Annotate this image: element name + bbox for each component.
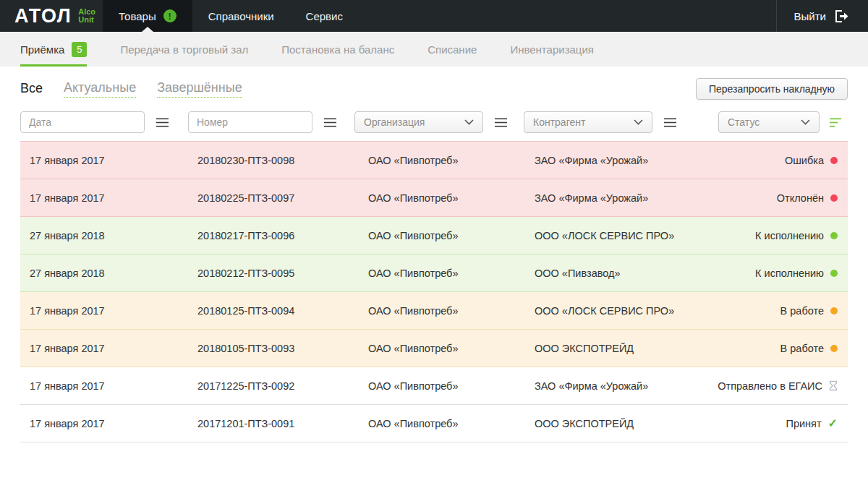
chevron-down-icon xyxy=(464,119,474,125)
status-label: К исполнению xyxy=(755,230,824,241)
cell-status: К исполнению xyxy=(693,230,848,241)
tab-put-on-balance[interactable]: Постановка на баланс xyxy=(281,32,394,67)
cell-date: 17 января 2017 xyxy=(20,155,188,166)
cell-date: 17 января 2017 xyxy=(20,305,188,317)
logout-icon xyxy=(835,9,851,23)
table-row[interactable]: 17 января 2017 20171201-ПТЗ-0091 ОАО «Пи… xyxy=(20,405,848,442)
table-row[interactable]: 17 января 2017 20180225-ПТЗ-0097 ОАО «Пи… xyxy=(20,179,848,217)
cell-organization: ОАО «Пивпотреб» xyxy=(354,380,524,392)
red-status-dot-icon xyxy=(830,157,838,164)
nav-item-directories[interactable]: Справочники xyxy=(192,0,290,32)
status-filter-cell: Статус xyxy=(693,111,848,133)
view-filter-all[interactable]: Все xyxy=(20,81,43,98)
cell-status: К исполнению xyxy=(693,267,848,279)
chevron-down-icon xyxy=(801,119,810,125)
view-filter-row: Все Актуальные Завершённые Перезапросить… xyxy=(20,77,848,101)
counterparty-filter-cell: Контрагент xyxy=(524,111,693,133)
content-area: Все Актуальные Завершённые Перезапросить… xyxy=(0,67,868,442)
section-tabs: Приёмка 5 Передача в торговый зал Постан… xyxy=(0,32,868,67)
organization-select[interactable]: Организация xyxy=(354,111,483,133)
counterparty-sort-icon[interactable] xyxy=(664,118,676,127)
status-label: Ошибка xyxy=(785,155,824,166)
cell-organization: ОАО «Пивпотреб» xyxy=(354,305,524,317)
table-row[interactable]: 27 января 2018 20180217-ПТЗ-0096 ОАО «Пи… xyxy=(20,217,848,254)
table-row[interactable]: 27 января 2018 20180212-ПТЗ-0095 ОАО «Пи… xyxy=(20,254,848,292)
organization-sort-icon[interactable] xyxy=(495,118,507,127)
logo-text: АТОЛ xyxy=(14,7,72,26)
orange-status-dot-icon xyxy=(830,345,838,352)
cell-date: 27 января 2018 xyxy=(20,230,188,241)
tab-write-off[interactable]: Списание xyxy=(427,32,477,67)
status-select[interactable]: Статус xyxy=(718,111,820,133)
status-label: Отправлено в ЕГАИС xyxy=(718,380,822,392)
table-row[interactable]: 17 января 2017 20180230-ПТЗ-0098 ОАО «Пи… xyxy=(20,142,848,179)
cell-number: 20180125-ПТЗ-0094 xyxy=(188,305,354,317)
number-sort-icon[interactable] xyxy=(324,118,336,127)
table-row[interactable]: 17 января 2017 20180105-ПТЗ-0093 ОАО «Пи… xyxy=(20,330,848,367)
cell-date: 17 января 2017 xyxy=(20,192,188,204)
cell-number: 20180212-ПТЗ-0095 xyxy=(188,267,354,279)
cell-counterparty: ЗАО «Фирма «Урожай» xyxy=(524,192,693,204)
tab-priemka[interactable]: Приёмка 5 xyxy=(20,32,87,67)
number-filter-input[interactable] xyxy=(188,111,312,133)
nav-item-goods[interactable]: Товары ! xyxy=(103,0,192,32)
cell-number: 20180225-ПТЗ-0097 xyxy=(188,192,354,204)
red-status-dot-icon xyxy=(830,194,838,202)
cell-status: В работе xyxy=(693,305,848,317)
cell-counterparty: ООО ЭКСПОТРЕЙД xyxy=(524,418,693,429)
check-icon: ✓ xyxy=(828,416,838,430)
notification-badge: ! xyxy=(163,9,176,22)
view-filter-actual[interactable]: Актуальные xyxy=(64,80,136,98)
tab-count-badge: 5 xyxy=(72,42,87,57)
status-label: В работе xyxy=(780,305,824,317)
cell-date: 17 января 2017 xyxy=(20,380,188,392)
green-status-dot-icon xyxy=(830,232,838,239)
cell-organization: ОАО «Пивпотреб» xyxy=(354,267,524,279)
cell-counterparty: ООО «ЛОСК СЕРВИС ПРО» xyxy=(524,230,693,241)
date-filter-input[interactable] xyxy=(20,111,145,133)
cell-date: 17 января 2017 xyxy=(20,418,188,429)
atol-logo: АТОЛ Alco Unit xyxy=(0,0,103,32)
cell-counterparty: ООО «ЛОСК СЕРВИС ПРО» xyxy=(524,305,693,317)
orange-status-dot-icon xyxy=(830,307,838,314)
cell-date: 17 января 2017 xyxy=(20,343,188,354)
counterparty-select[interactable]: Контрагент xyxy=(524,111,652,133)
invoice-table: 17 января 2017 20180230-ПТЗ-0098 ОАО «Пи… xyxy=(20,141,848,442)
cell-organization: ОАО «Пивпотреб» xyxy=(354,343,524,354)
cell-counterparty: ООО ЭКСПОТРЕЙД xyxy=(524,343,693,354)
requery-invoice-button[interactable]: Перезапросить накладную xyxy=(696,78,848,100)
view-filter-completed[interactable]: Завершённые xyxy=(157,80,242,98)
cell-number: 20180217-ПТЗ-0096 xyxy=(188,230,354,241)
tab-transfer-to-salesroom[interactable]: Передача в торговый зал xyxy=(120,32,248,67)
status-label: В работе xyxy=(780,343,824,354)
nav-item-service[interactable]: Сервис xyxy=(290,0,359,32)
cell-status: В работе xyxy=(693,343,848,354)
cell-counterparty: ООО «Пивзавод» xyxy=(524,267,693,279)
table-row[interactable]: 17 января 2017 20180125-ПТЗ-0094 ОАО «Пи… xyxy=(20,292,848,330)
top-navbar: АТОЛ Alco Unit Товары ! Справочники Серв… xyxy=(0,0,868,32)
cell-number: 20171225-ПТЗ-0092 xyxy=(188,380,354,392)
cell-number: 20180105-ПТЗ-0093 xyxy=(188,343,354,354)
hourglass-icon xyxy=(829,380,838,391)
status-label: Принят xyxy=(786,418,822,429)
date-sort-icon[interactable] xyxy=(156,118,169,127)
number-filter-cell xyxy=(188,111,354,133)
chevron-down-icon xyxy=(634,119,643,125)
cell-counterparty: ЗАО «Фирма «Урожай» xyxy=(524,380,693,392)
status-label: К исполнению xyxy=(755,267,824,279)
organization-filter-cell: Организация xyxy=(354,111,524,133)
logo-subtitle: Alco Unit xyxy=(78,8,95,24)
logout-button[interactable]: Выйти xyxy=(776,0,868,32)
status-sort-active-icon[interactable] xyxy=(830,118,842,127)
tab-inventory[interactable]: Инвентаризация xyxy=(510,32,594,67)
column-filter-row: Организация Контрагент xyxy=(20,111,848,133)
date-filter-cell xyxy=(20,111,188,133)
cell-number: 20180230-ПТЗ-0098 xyxy=(188,155,354,166)
table-row[interactable]: 17 января 2017 20171225-ПТЗ-0092 ОАО «Пи… xyxy=(20,367,848,405)
cell-organization: ОАО «Пивпотреб» xyxy=(354,418,524,429)
cell-number: 20171201-ПТЗ-0091 xyxy=(188,418,354,429)
status-label: Отклонён xyxy=(777,192,824,204)
cell-status: Отправлено в ЕГАИС xyxy=(693,380,848,392)
cell-counterparty: ЗАО «Фирма «Урожай» xyxy=(524,155,693,166)
green-status-dot-icon xyxy=(830,270,838,277)
